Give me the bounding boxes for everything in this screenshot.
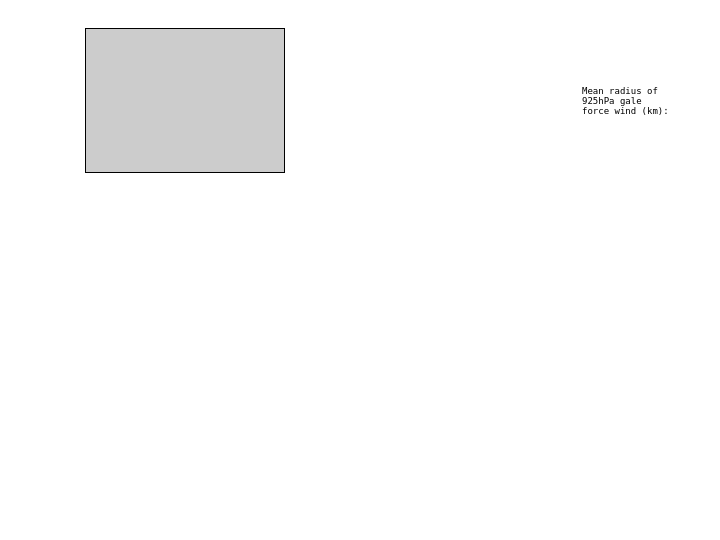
main-container: Mean radius of925hPa galeforce wind (km)… — [0, 0, 720, 540]
inset-canvas — [86, 29, 285, 173]
inset-map — [85, 28, 285, 173]
wind-legend: Mean radius of925hPa galeforce wind (km)… — [582, 86, 712, 116]
wind-legend-title: Mean radius of925hPa galeforce wind (km)… — [582, 86, 712, 116]
start-time — [330, 6, 580, 20]
legend-area: Mean radius of925hPa galeforce wind (km)… — [582, 80, 712, 116]
title-area — [330, 6, 580, 20]
